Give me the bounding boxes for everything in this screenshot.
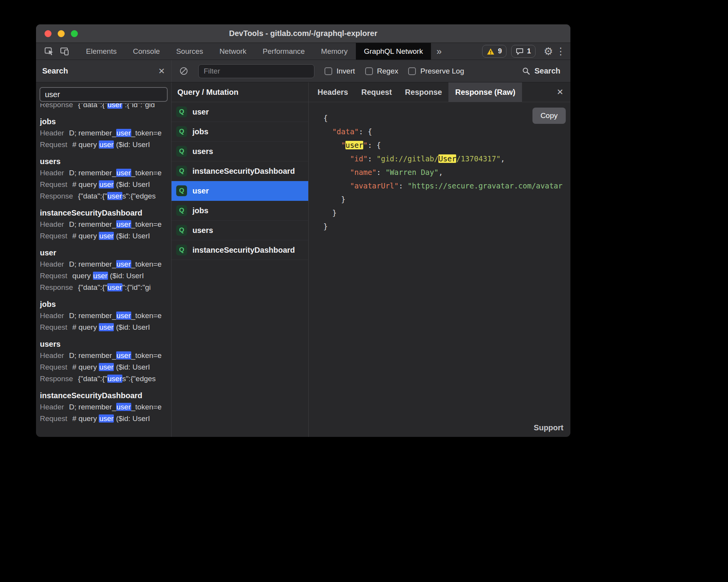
query-row-users[interactable]: Qusers xyxy=(172,221,308,240)
json-token: /13704317" xyxy=(456,154,500,163)
search-input[interactable] xyxy=(39,87,168,102)
close-window-button[interactable] xyxy=(45,30,52,37)
search-result-line[interactable]: Request# query user ($id: UserI xyxy=(40,139,167,151)
filter-input[interactable] xyxy=(198,64,314,78)
match-highlight: user xyxy=(99,180,114,188)
search-result-line[interactable]: Requestquery user ($id: UserI xyxy=(40,270,167,282)
result-text: query xyxy=(72,272,93,280)
detail-tabs: HeadersRequestResponseResponse (Raw) ✕ xyxy=(309,82,570,102)
settings-gear-icon[interactable]: ⚙ xyxy=(542,43,555,60)
tab-network[interactable]: Network xyxy=(211,43,255,60)
warnings-badge[interactable]: 9 xyxy=(482,45,507,58)
detail-tab-headers[interactable]: Headers xyxy=(311,82,355,102)
search-panel-header: Search ✕ xyxy=(36,60,172,82)
result-group-title: instanceSecurityDashboard xyxy=(40,207,167,219)
search-result-line[interactable]: Request# query user ($id: UserI xyxy=(40,361,167,373)
query-name: user xyxy=(192,108,209,116)
search-result-line[interactable]: Response{"data":{"user":{"id":"gi xyxy=(40,282,167,293)
checkbox-invert[interactable]: Invert xyxy=(325,67,355,75)
search-result-line[interactable]: HeaderD; remember_user_token=e xyxy=(40,310,167,322)
query-type-badge: Q xyxy=(176,185,187,196)
json-token: "name" xyxy=(350,168,377,176)
json-token: "Warren Day" xyxy=(385,168,438,176)
query-list-header: Query / Mutation xyxy=(172,82,308,102)
result-text: ($id: UserI xyxy=(114,363,150,371)
query-row-user[interactable]: Quser xyxy=(172,102,308,122)
match-highlight: user xyxy=(99,414,114,423)
tab-memory[interactable]: Memory xyxy=(313,43,356,60)
more-panels-icon[interactable]: » xyxy=(431,46,447,57)
search-result-line[interactable]: Request# query user ($id: UserI xyxy=(40,413,167,425)
inspect-element-icon[interactable] xyxy=(41,43,57,60)
result-text: s":{"edges xyxy=(122,192,156,200)
traffic-lights xyxy=(45,24,78,43)
query-row-instancesecuritydashboard[interactable]: QinstanceSecurityDashboard xyxy=(172,240,308,260)
json-line: "name": "Warren Day", xyxy=(323,166,570,179)
result-kind-label: Request xyxy=(40,272,67,280)
query-row-jobs[interactable]: Qjobs xyxy=(172,122,308,142)
tab-elements[interactable]: Elements xyxy=(78,43,125,60)
result-group-title: users xyxy=(40,156,167,167)
checkbox-preserve-log[interactable]: Preserve Log xyxy=(408,67,464,75)
query-row-instancesecuritydashboard[interactable]: QinstanceSecurityDashboard xyxy=(172,161,308,181)
query-row-users[interactable]: Qusers xyxy=(172,142,308,161)
search-input-wrap xyxy=(36,82,171,103)
toolbar-search-button[interactable]: Search xyxy=(522,67,563,75)
kebab-menu-icon[interactable]: ⋮ xyxy=(555,43,567,60)
search-result-line[interactable]: Request# query user ($id: UserI xyxy=(40,179,167,190)
checkbox-box[interactable] xyxy=(365,67,373,75)
result-kind-label: Response xyxy=(40,192,73,200)
tab-graphql-network[interactable]: GraphQL Network xyxy=(356,43,431,60)
search-result-line[interactable]: HeaderD; remember_user_token=e xyxy=(40,127,167,139)
close-detail-icon[interactable]: ✕ xyxy=(556,87,563,97)
result-text: {"data":{" xyxy=(78,103,107,109)
checkbox-regex[interactable]: Regex xyxy=(365,67,398,75)
tab-performance[interactable]: Performance xyxy=(254,43,313,60)
result-text: _token=e xyxy=(131,312,162,320)
result-kind-label: Response xyxy=(40,283,73,291)
json-line: "id": "gid://gitlab/User/13704317", xyxy=(323,152,570,166)
search-result-line[interactable]: Response{"data":{"user":{"id":"gid xyxy=(40,103,167,111)
clear-log-icon[interactable] xyxy=(179,67,188,75)
detail-tab-response-raw[interactable]: Response (Raw) xyxy=(448,82,522,102)
checkbox-box[interactable] xyxy=(408,67,416,75)
search-result-line[interactable]: HeaderD; remember_user_token=e xyxy=(40,401,167,413)
search-result-line[interactable]: Response{"data":{"users":{"edges xyxy=(40,373,167,385)
copy-button[interactable]: Copy xyxy=(532,108,566,124)
warning-count: 9 xyxy=(498,47,502,55)
checkbox-box[interactable] xyxy=(325,67,332,75)
detail-tab-response[interactable]: Response xyxy=(398,82,449,102)
json-line: "avatarUrl": "https://secure.gravatar.co… xyxy=(323,179,570,193)
result-text: D; remember_ xyxy=(69,403,116,411)
issues-badge[interactable]: 1 xyxy=(511,45,536,58)
zoom-window-button[interactable] xyxy=(71,30,78,37)
result-text: ($id: UserI xyxy=(108,272,144,280)
result-kind-label: Header xyxy=(40,312,64,320)
search-result-line[interactable]: HeaderD; remember_user_token=e xyxy=(40,219,167,230)
result-kind-label: Request xyxy=(40,323,67,331)
query-name: jobs xyxy=(192,206,208,215)
result-group-title: instanceSecurityDashboard xyxy=(40,390,167,401)
detail-panel: HeadersRequestResponseResponse (Raw) ✕ C… xyxy=(309,82,570,437)
tab-sources[interactable]: Sources xyxy=(168,43,211,60)
close-search-icon[interactable]: ✕ xyxy=(158,67,165,76)
result-kind-label: Request xyxy=(40,180,67,188)
support-link[interactable]: Support xyxy=(534,423,563,432)
result-text: _token=e xyxy=(131,129,162,137)
result-text: ":{"id":"gid xyxy=(122,103,155,109)
query-row-jobs[interactable]: Qjobs xyxy=(172,201,308,221)
search-result-line[interactable]: Response{"data":{"users":{"edges xyxy=(40,190,167,202)
search-result-line[interactable]: HeaderD; remember_user_token=e xyxy=(40,350,167,361)
result-kind-label: Header xyxy=(40,220,64,228)
search-result-line[interactable]: Request# query user ($id: UserI xyxy=(40,322,167,333)
search-result-line[interactable]: HeaderD; remember_user_token=e xyxy=(40,258,167,270)
search-result-line[interactable]: Request# query user ($id: UserI xyxy=(40,230,167,242)
tab-console[interactable]: Console xyxy=(125,43,168,60)
detail-tab-request[interactable]: Request xyxy=(355,82,398,102)
device-toolbar-icon[interactable] xyxy=(57,43,72,60)
json-token: , xyxy=(438,168,443,176)
json-token: : xyxy=(367,141,376,149)
query-row-user[interactable]: Quser xyxy=(172,181,308,201)
minimize-window-button[interactable] xyxy=(58,30,65,37)
search-result-line[interactable]: HeaderD; remember_user_token=e xyxy=(40,167,167,179)
